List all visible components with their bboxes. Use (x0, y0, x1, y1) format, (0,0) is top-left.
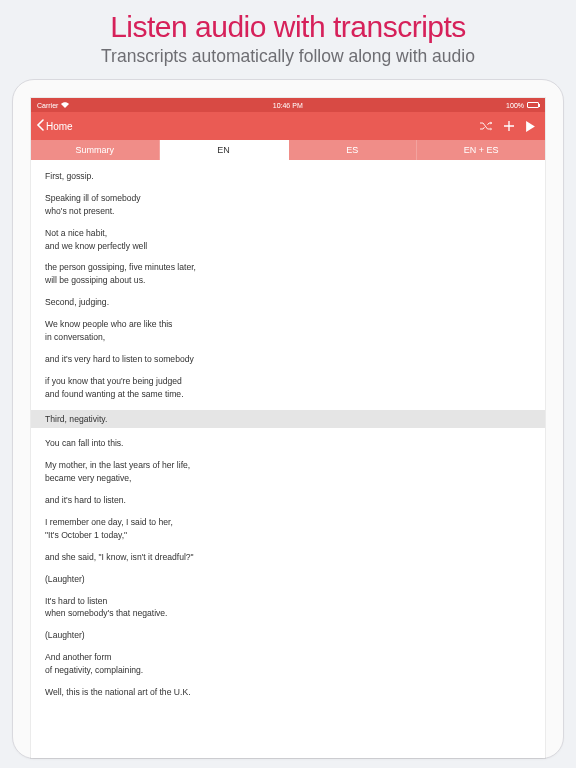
transcript-paragraph[interactable]: Not a nice habit,and we know perfectly w… (45, 227, 531, 253)
transcript-line: will be gossiping about us. (45, 274, 531, 287)
transcript-line: when somebody's that negative. (45, 607, 531, 620)
transcript-line: Not a nice habit, (45, 227, 531, 240)
transcript-paragraph[interactable]: Well, this is the national art of the U.… (45, 686, 531, 699)
app-screen: Carrier 10:46 PM 100% Home (31, 98, 545, 758)
transcript-line: Well, this is the national art of the U.… (45, 686, 531, 699)
transcript-paragraph[interactable]: We know people who are like thisin conve… (45, 318, 531, 344)
transcript-line: Second, judging. (45, 296, 531, 309)
transcript-line: of negativity, complaining. (45, 664, 531, 677)
add-icon[interactable] (504, 121, 514, 131)
transcript-paragraph[interactable]: and it's hard to listen. (45, 494, 531, 507)
nav-bar: Home (31, 112, 545, 140)
carrier-label: Carrier (37, 102, 58, 109)
back-label: Home (46, 121, 73, 132)
transcript-paragraph[interactable]: if you know that you're being judgedand … (45, 375, 531, 401)
transcript-line: "It's October 1 today," (45, 529, 531, 542)
transcript-paragraph[interactable]: I remember one day, I said to her,"It's … (45, 516, 531, 542)
transcript-line: First, gossip. (45, 170, 531, 183)
transcript-paragraph[interactable]: It's hard to listenwhen somebody's that … (45, 595, 531, 621)
tab-en-es[interactable]: EN + ES (417, 140, 545, 160)
transcript-line: And another form (45, 651, 531, 664)
transcript-paragraph[interactable]: Speaking ill of somebodywho's not presen… (45, 192, 531, 218)
transcript-line: Speaking ill of somebody (45, 192, 531, 205)
promo-subtitle: Transcripts automatically follow along w… (8, 46, 568, 67)
transcript-line: if you know that you're being judged (45, 375, 531, 388)
status-right: 100% (506, 102, 539, 109)
chevron-left-icon (35, 119, 45, 133)
tab-es[interactable]: ES (289, 140, 418, 160)
transcript-line: We know people who are like this (45, 318, 531, 331)
transcript-line: who's not present. (45, 205, 531, 218)
device-frame: Carrier 10:46 PM 100% Home (12, 79, 564, 759)
promo-title: Listen audio with transcripts (8, 10, 568, 44)
promo-header: Listen audio with transcripts Transcript… (0, 0, 576, 73)
transcript-line: I remember one day, I said to her, (45, 516, 531, 529)
transcript-line: and she said, "I know, isn't it dreadful… (45, 551, 531, 564)
transcript-paragraph[interactable]: the person gossiping, five minutes later… (45, 261, 531, 287)
tab-bar: Summary EN ES EN + ES (31, 140, 545, 160)
transcript-line: It's hard to listen (45, 595, 531, 608)
transcript-paragraph[interactable]: You can fall into this. (45, 437, 531, 450)
transcript-line: and found wanting at the same time. (45, 388, 531, 401)
tab-en[interactable]: EN (160, 140, 289, 160)
transcript-line: Third, negativity. (45, 413, 531, 426)
transcript-line: You can fall into this. (45, 437, 531, 450)
transcript-line: and it's very hard to listen to somebody (45, 353, 531, 366)
transcript-line-highlight[interactable]: Third, negativity. (31, 410, 545, 429)
transcript-paragraph[interactable]: (Laughter) (45, 573, 531, 586)
transcript-paragraph[interactable]: First, gossip. (45, 170, 531, 183)
play-icon[interactable] (526, 121, 535, 132)
transcript-content[interactable]: First, gossip.Speaking ill of somebodywh… (31, 160, 545, 758)
transcript-paragraph[interactable]: And another formof negativity, complaini… (45, 651, 531, 677)
transcript-line: (Laughter) (45, 573, 531, 586)
transcript-paragraph[interactable]: (Laughter) (45, 629, 531, 642)
transcript-line: My mother, in the last years of her life… (45, 459, 531, 472)
transcript-line: the person gossiping, five minutes later… (45, 261, 531, 274)
status-left: Carrier (37, 102, 69, 109)
status-bar: Carrier 10:46 PM 100% (31, 98, 545, 112)
transcript-paragraph[interactable]: and she said, "I know, isn't it dreadful… (45, 551, 531, 564)
transcript-line: became very negative, (45, 472, 531, 485)
nav-actions (480, 121, 541, 132)
transcript-paragraph[interactable]: My mother, in the last years of her life… (45, 459, 531, 485)
transcript-line: (Laughter) (45, 629, 531, 642)
tab-summary[interactable]: Summary (31, 140, 160, 160)
transcript-line: and we know perfectly well (45, 240, 531, 253)
transcript-paragraph[interactable]: and it's very hard to listen to somebody (45, 353, 531, 366)
shuffle-icon[interactable] (480, 121, 492, 131)
transcript-line: and it's hard to listen. (45, 494, 531, 507)
transcript-paragraph[interactable]: Second, judging. (45, 296, 531, 309)
back-button[interactable]: Home (35, 119, 73, 133)
transcript-line: in conversation, (45, 331, 531, 344)
wifi-icon (61, 102, 69, 108)
status-time: 10:46 PM (69, 102, 506, 109)
battery-icon (527, 102, 539, 108)
battery-label: 100% (506, 102, 524, 109)
